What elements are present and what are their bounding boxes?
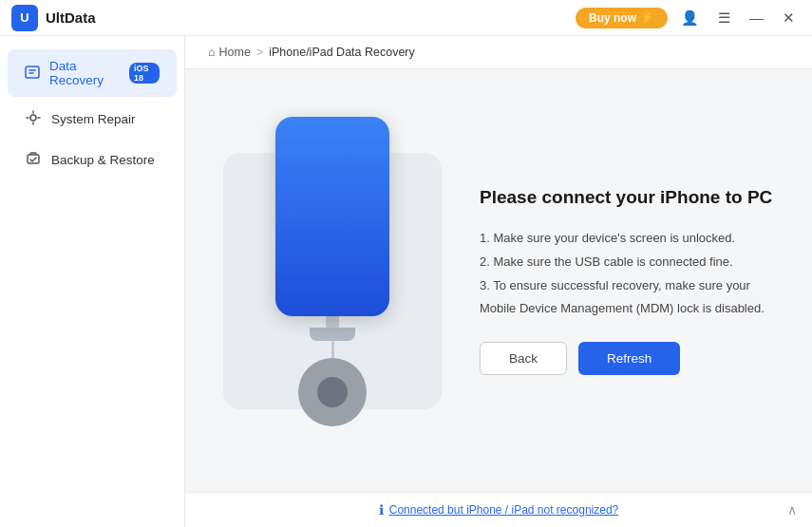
refresh-button[interactable]: Refresh [578,342,680,375]
sidebar-item-backup-restore[interactable]: Backup & Restore [8,141,177,179]
footer: ℹ Connected but iPhone / iPad not recogn… [185,492,812,527]
user-button[interactable]: 👤 [675,8,705,28]
logo-text: U [20,10,28,25]
chevron-up-icon[interactable]: ∧ [787,502,797,518]
info-title: Please connect your iPhone to PC [480,186,774,210]
data-recovery-icon [25,65,40,83]
minimize-icon: — [749,9,764,26]
backup-restore-icon [25,151,42,169]
info-icon: ℹ [379,502,384,518]
phone-illustration [223,153,442,409]
data-recovery-badge: iOS 18 [129,63,160,84]
step-2: 2. Make sure the USB cable is connected … [480,251,774,273]
lightning-icon: ⚡ [641,11,654,24]
info-section: Please connect your iPhone to PC 1. Make… [480,186,774,375]
breadcrumb-current: iPhone/iPad Data Recovery [269,46,415,59]
cable-wire [331,341,334,358]
cable-plug-circle [298,358,367,426]
content-area: ⌂ Home > iPhone/iPad Data Recovery [185,36,812,527]
system-repair-label: System Repair [51,112,136,126]
breadcrumb: ⌂ Home > iPhone/iPad Data Recovery [185,36,812,69]
step-1: 1. Make sure your device's screen is unl… [480,227,774,249]
minimize-button[interactable]: — [744,8,769,28]
sidebar: Data Recovery iOS 18 System Repair Backu… [0,36,185,527]
close-icon: ✕ [783,9,795,26]
close-button[interactable]: ✕ [777,8,801,28]
breadcrumb-home-label: Home [219,46,251,59]
breadcrumb-separator: > [256,46,263,59]
buy-now-label: Buy now [589,11,636,25]
phone-device [275,117,389,316]
cable-assembly [298,309,367,426]
sidebar-item-system-repair[interactable]: System Repair [8,101,177,138]
svg-rect-0 [26,66,39,78]
app-name: UltData [46,9,96,26]
app-logo: U [11,5,38,31]
system-repair-icon [25,110,42,128]
backup-restore-label: Backup & Restore [51,153,155,167]
svg-rect-2 [28,155,39,163]
menu-button[interactable]: ☰ [712,8,736,28]
user-icon: 👤 [681,9,699,26]
breadcrumb-home: ⌂ Home [208,46,251,59]
svg-point-1 [30,115,36,121]
cable-center-dot [317,377,348,407]
main-layout: Data Recovery iOS 18 System Repair Backu… [0,36,812,527]
data-recovery-label: Data Recovery [49,59,116,87]
info-steps: 1. Make sure your device's screen is unl… [480,227,774,320]
title-bar-left: U UltData [11,5,96,31]
phone-device-group [275,136,389,426]
sidebar-item-data-recovery[interactable]: Data Recovery iOS 18 [8,49,177,97]
home-icon: ⌂ [208,46,216,59]
buy-now-button[interactable]: Buy now ⚡ [576,8,668,28]
back-button[interactable]: Back [480,342,567,375]
footer-link[interactable]: Connected but iPhone / iPad not recogniz… [389,503,619,517]
action-buttons: Back Refresh [480,342,774,375]
cable-connector-base [310,328,355,341]
title-bar: U UltData Buy now ⚡ 👤 ☰ — ✕ [0,0,812,36]
menu-icon: ☰ [718,9,730,26]
step-3: 3. To ensure successful recovery, make s… [480,274,774,319]
main-content: Please connect your iPhone to PC 1. Make… [185,69,812,492]
